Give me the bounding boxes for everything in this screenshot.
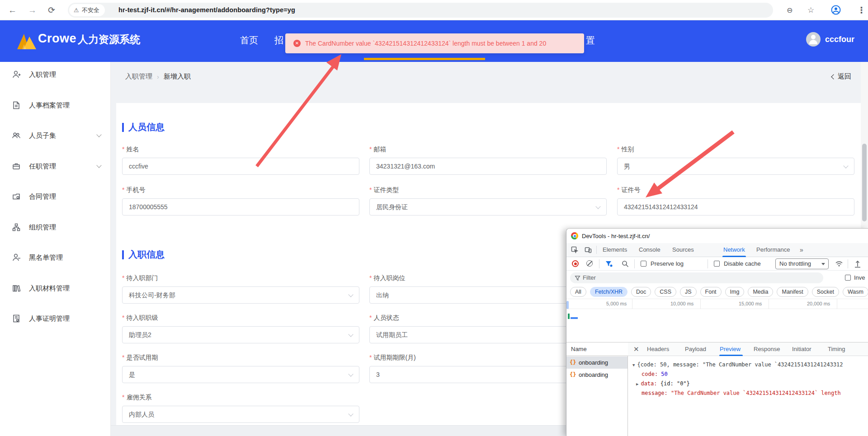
- sidebar-item-materials[interactable]: 入职材料管理: [0, 281, 111, 295]
- chevron-left-icon: [831, 74, 836, 79]
- disable-cache-checkbox[interactable]: [714, 261, 720, 267]
- security-chip[interactable]: ⚠ 不安全: [69, 4, 105, 16]
- back-icon[interactable]: ←: [8, 0, 17, 20]
- tab-network[interactable]: Network: [723, 246, 745, 253]
- nav-item-home[interactable]: 首页: [240, 34, 258, 47]
- chip-css[interactable]: CSS: [655, 287, 676, 297]
- tab-preview[interactable]: Preview: [720, 346, 741, 352]
- tab-sources[interactable]: Sources: [672, 246, 694, 253]
- name-column-header[interactable]: Name: [566, 342, 628, 356]
- invert-label[interactable]: Inve: [854, 274, 865, 281]
- chip-fetch-xhr[interactable]: Fetch/XHR: [590, 287, 627, 297]
- preserve-log-checkbox[interactable]: [641, 261, 646, 267]
- overview-handle[interactable]: [566, 301, 569, 309]
- filter-input[interactable]: Filter: [570, 272, 823, 283]
- sidebar-item-hr-archive[interactable]: 人事档案管理: [0, 98, 111, 112]
- import-har-icon[interactable]: [854, 260, 861, 268]
- tab-response[interactable]: Response: [754, 346, 780, 352]
- request-row[interactable]: {} onboarding: [566, 369, 627, 381]
- rank-select[interactable]: 助理员2: [122, 326, 359, 343]
- tab-headers[interactable]: Headers: [647, 346, 669, 352]
- tab-performance[interactable]: Performance: [756, 246, 790, 253]
- sidebar-item-certificates[interactable]: 人事证明管理: [0, 312, 111, 325]
- field-label-rank: *待入职职级: [122, 314, 158, 322]
- tab-initiator[interactable]: Initiator: [792, 346, 811, 352]
- breadcrumb-first[interactable]: 入职管理: [125, 72, 152, 81]
- devtools-window: DevTools - hr-test.zjf-it.cn/ Elements C…: [566, 228, 868, 436]
- network-conditions-icon[interactable]: [835, 260, 843, 268]
- url-text[interactable]: hr-test.zjf-it.cn/#/hr-anagement/addonbo…: [118, 3, 295, 18]
- tab-timing[interactable]: Timing: [828, 346, 845, 352]
- username: cccfour: [825, 35, 854, 44]
- close-icon[interactable]: ✕: [633, 345, 639, 353]
- breadcrumb-separator: ›: [157, 73, 159, 80]
- search-icon[interactable]: [622, 260, 629, 267]
- page-scrollbar-thumb[interactable]: [862, 144, 867, 221]
- sidebar-item-contract-mgmt[interactable]: 合同管理: [0, 190, 111, 203]
- card-type-select[interactable]: 居民身份证: [369, 198, 607, 216]
- phone-field[interactable]: 18700005555: [122, 198, 359, 216]
- card-number-field[interactable]: 432421514312412433124: [617, 198, 854, 216]
- field-label-employment: *雇佣关系: [122, 394, 151, 402]
- nav-item-partial-left[interactable]: 招: [274, 34, 283, 47]
- chip-font[interactable]: Font: [700, 287, 722, 297]
- reload-icon[interactable]: ⟳: [48, 0, 55, 20]
- detail-tabbar: ✕ Headers Payload Preview Response Initi…: [628, 342, 868, 356]
- request-detail-panel: ✕ Headers Payload Preview Response Initi…: [628, 342, 868, 436]
- email-field[interactable]: 34231321@163.com: [369, 158, 607, 175]
- throttling-select[interactable]: No throttling: [775, 258, 829, 269]
- product-name: 人力资源系统: [78, 33, 140, 47]
- preserve-log-label[interactable]: Preserve log: [651, 260, 684, 267]
- contract-icon: [12, 192, 21, 201]
- devtools-titlebar[interactable]: DevTools - hr-test.zjf-it.cn/: [566, 229, 868, 243]
- chip-socket[interactable]: Socket: [812, 287, 839, 297]
- sidebar-item-onboarding[interactable]: 入职管理: [0, 68, 111, 81]
- sidebar-item-org-mgmt[interactable]: 组织管理: [0, 220, 111, 234]
- disable-cache-label[interactable]: Disable cache: [724, 260, 761, 267]
- browser-toolbar: ← → ⟳ ⚠ 不安全 hr-test.zjf-it.cn/#/hr-anage…: [0, 0, 868, 20]
- record-icon[interactable]: [572, 260, 579, 267]
- more-tabs-icon[interactable]: »: [800, 246, 803, 253]
- sidebar-item-position-mgmt[interactable]: 任职管理: [0, 159, 111, 173]
- clear-icon[interactable]: [586, 260, 593, 267]
- gender-select[interactable]: 男: [617, 158, 854, 175]
- user-menu[interactable]: cccfour: [806, 32, 854, 47]
- employment-select[interactable]: 内部人员: [122, 406, 359, 423]
- waterfall-overview[interactable]: [566, 309, 868, 342]
- sidebar-item-blacklist[interactable]: 黑名单管理: [0, 251, 111, 264]
- chip-manifest[interactable]: Manifest: [777, 287, 808, 297]
- forward-icon[interactable]: →: [28, 0, 37, 20]
- chip-media[interactable]: Media: [748, 287, 773, 297]
- profile-icon[interactable]: [831, 5, 841, 15]
- field-label-dept: *待入职部门: [122, 274, 158, 282]
- field-label-email: *邮箱: [369, 145, 386, 154]
- people-icon: [12, 131, 21, 140]
- back-button[interactable]: 返回: [832, 72, 851, 81]
- dept-select[interactable]: 科技公司-财务部: [122, 286, 359, 304]
- preview-summary-line[interactable]: ▼{code: 50, message: "The CardNumber val…: [632, 361, 843, 368]
- chip-js[interactable]: JS: [680, 287, 697, 297]
- nav-item-partial-right[interactable]: 置: [586, 34, 595, 47]
- invert-checkbox[interactable]: [845, 275, 851, 281]
- chip-wasm[interactable]: Wasm: [843, 287, 868, 297]
- menu-dots-icon[interactable]: ⋮: [857, 0, 866, 20]
- sidebar-item-person-subset[interactable]: 人员子集: [0, 129, 111, 142]
- chip-img[interactable]: Img: [725, 287, 745, 297]
- probation-select[interactable]: 是: [122, 366, 359, 383]
- inspect-element-icon[interactable]: [571, 246, 578, 253]
- bookmark-star-icon[interactable]: ☆: [807, 0, 814, 20]
- request-row[interactable]: {} onboarding: [566, 356, 627, 369]
- person-minus-icon: [12, 253, 21, 262]
- address-bar[interactable]: ⚠ 不安全 hr-test.zjf-it.cn/#/hr-anagement/a…: [68, 3, 773, 18]
- name-field[interactable]: cccfive: [122, 158, 359, 175]
- tab-payload[interactable]: Payload: [685, 346, 706, 352]
- chip-all[interactable]: All: [570, 287, 586, 297]
- zoom-out-icon[interactable]: ⊖: [787, 0, 793, 20]
- tab-console[interactable]: Console: [639, 246, 660, 253]
- preview-data-line[interactable]: ▶data: {id: "0"}: [636, 380, 690, 387]
- tab-elements[interactable]: Elements: [603, 246, 627, 253]
- chip-doc[interactable]: Doc: [631, 287, 651, 297]
- request-list-panel: Name {} onboarding {} onboarding: [566, 342, 628, 436]
- device-toolbar-icon[interactable]: [585, 246, 592, 253]
- filter-funnel-icon[interactable]: [605, 260, 613, 267]
